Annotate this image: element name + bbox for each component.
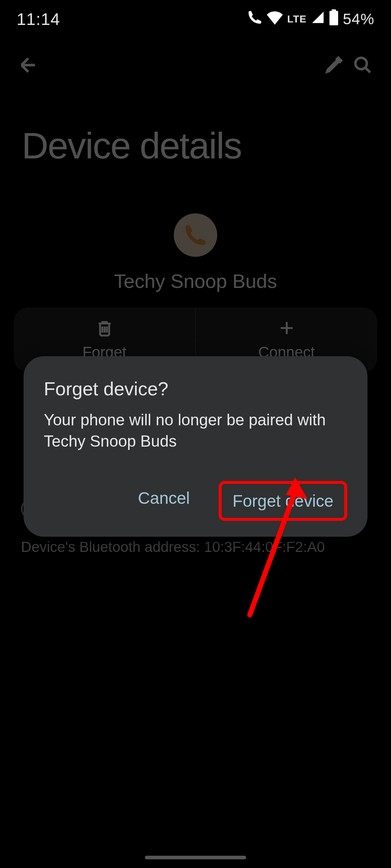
signal-icon	[311, 10, 325, 28]
battery-percent: 54%	[343, 10, 374, 28]
network-type-label: LTE	[287, 13, 307, 25]
edit-button[interactable]	[319, 51, 348, 80]
plus-icon	[278, 319, 296, 337]
device-name-label: Techy Snoop Buds	[114, 270, 277, 292]
back-button[interactable]	[14, 51, 43, 80]
dialog-title: Forget device?	[44, 378, 347, 400]
battery-icon	[329, 9, 339, 29]
search-button[interactable]	[348, 51, 377, 80]
status-bar: 11:14 LTE 54%	[0, 0, 391, 38]
phone-icon	[184, 223, 207, 247]
bluetooth-address-label: Device's Bluetooth address: 10:3F:44:0F:…	[21, 539, 325, 555]
navigation-handle[interactable]	[145, 856, 246, 859]
device-avatar	[174, 213, 217, 257]
forget-device-button[interactable]: Forget device	[219, 481, 347, 521]
app-bar	[0, 42, 391, 89]
svg-point-0	[356, 58, 367, 69]
trash-icon	[96, 319, 114, 337]
dialog-message: Your phone will no longer be paired with…	[44, 409, 347, 452]
status-time: 11:14	[17, 9, 60, 29]
cancel-button[interactable]: Cancel	[127, 481, 201, 521]
wifi-calling-icon	[247, 10, 262, 29]
page-title: Device details	[22, 125, 241, 167]
forget-device-dialog: Forget device? Your phone will no longer…	[24, 356, 367, 537]
wifi-icon	[267, 9, 283, 29]
